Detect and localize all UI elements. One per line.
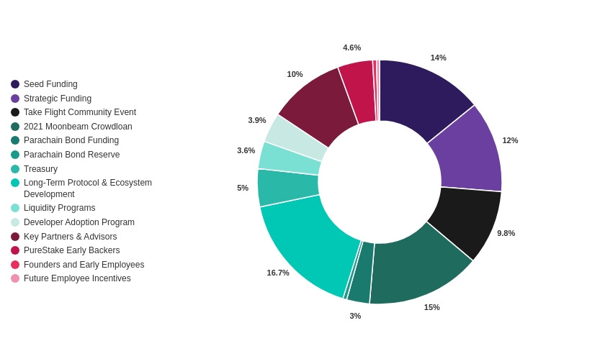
legend-color — [11, 94, 19, 103]
legend-color — [11, 274, 19, 283]
legend-color — [11, 204, 19, 212]
legend-item: Long-Term Protocol & Ecosystem Developme… — [11, 178, 162, 200]
chart-label: 3.9% — [248, 116, 266, 124]
legend-label: PureStake Early Backers — [24, 245, 120, 257]
legend-item: Future Employee Incentives — [11, 273, 162, 285]
legend-color — [11, 178, 19, 187]
legend-label: Strategic Funding — [24, 94, 91, 105]
chart-label: 10% — [287, 70, 303, 78]
legend-label: Seed Funding — [24, 79, 78, 91]
legend-color — [11, 80, 19, 88]
legend-label: Parachain Bond Funding — [24, 135, 119, 147]
chart-label: 15% — [424, 303, 439, 311]
legend-label: Developer Adoption Program — [24, 217, 135, 229]
legend-label: Key Partners & Advisors — [24, 232, 117, 243]
chart-label: 4.6% — [343, 43, 361, 52]
legend-label: Long-Term Protocol & Ecosystem Developme… — [24, 178, 162, 200]
legend-color — [11, 246, 19, 255]
legend-item: Parachain Bond Reserve — [11, 150, 162, 161]
legend-label: Founders and Early Employees — [24, 260, 144, 271]
legend-color — [11, 108, 19, 117]
legend-label: Take Flight Community Event — [24, 107, 136, 119]
legend-item: PureStake Early Backers — [11, 245, 162, 257]
legend-color — [11, 165, 19, 173]
legend-item: Liquidity Programs — [11, 203, 162, 214]
legend-label: Future Employee Incentives — [24, 273, 131, 285]
legend-item: Parachain Bond Funding — [11, 135, 162, 147]
donut-hole — [320, 122, 439, 242]
legend-label: Treasury — [24, 164, 58, 176]
legend-item: Key Partners & Advisors — [11, 232, 162, 243]
legend-color — [11, 122, 19, 131]
chart-label: 3.6% — [237, 146, 255, 155]
legend-item: Treasury — [11, 164, 162, 176]
legend-color — [11, 232, 19, 241]
legend-item: Developer Adoption Program — [11, 217, 162, 229]
legend-item: Take Flight Community Event — [11, 107, 162, 119]
legend-label: 2021 Moonbeam Crowdloan — [24, 122, 133, 133]
chart-label: 12% — [502, 136, 518, 145]
legend-color — [11, 218, 19, 227]
chart-area: 14%12%9.8%15%3%16.7%5%3.6%3.9%10%4.6% — [166, 7, 593, 357]
chart-label: 5% — [237, 183, 248, 192]
legend-item: 2021 Moonbeam Crowdloan — [11, 122, 162, 133]
legend-color — [11, 136, 19, 145]
chart-label: 16.7% — [267, 268, 289, 277]
legend-color — [11, 150, 19, 159]
legend-label: Liquidity Programs — [24, 203, 95, 214]
legend-label: Parachain Bond Reserve — [24, 150, 120, 161]
legend-item: Founders and Early Employees — [11, 260, 162, 271]
legend-item: Strategic Funding — [11, 94, 162, 105]
legend-color — [11, 260, 19, 269]
chart-legend: Seed Funding Strategic Funding Take Flig… — [7, 7, 166, 357]
chart-label: 14% — [430, 53, 446, 62]
chart-label: 3% — [349, 311, 361, 320]
legend-item: Seed Funding — [11, 79, 162, 91]
main-container: Seed Funding Strategic Funding Take Flig… — [0, 0, 600, 364]
chart-label: 9.8% — [497, 229, 515, 237]
